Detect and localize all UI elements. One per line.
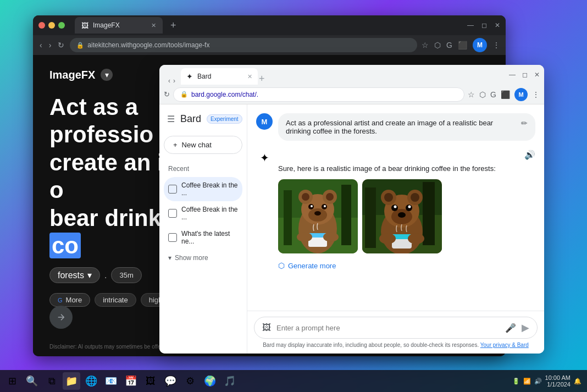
forests-dropdown-arrow: ▾: [87, 270, 92, 280]
window-close-btn[interactable]: [38, 22, 45, 29]
bard-lock-icon: 🔒: [180, 91, 188, 98]
send-icon[interactable]: ▶: [522, 322, 529, 334]
bard-omnibar: ↻ 🔒 bard.google.com/chat/. ☆ ⬡ G ⬛ M ⋮: [159, 85, 544, 104]
user-avatar: M: [256, 113, 273, 130]
forests-dropdown[interactable]: forests ▾: [49, 267, 100, 283]
bard-chrome-profile-avatar[interactable]: M: [514, 88, 528, 101]
svg-point-61: [379, 233, 396, 244]
user-message-1: M Act as a professional artist and creat…: [256, 113, 535, 141]
imagefx-tab[interactable]: 🖼 ImageFX ✕: [75, 17, 163, 34]
bard-minimize-btn[interactable]: —: [509, 71, 516, 79]
bard-back-btn[interactable]: ‹: [168, 77, 170, 85]
intricate-label: intricate: [103, 296, 128, 304]
bard-response-content: 🔊 Sure, here is a realistic image of a b…: [278, 150, 535, 272]
generate-btn[interactable]: [49, 306, 73, 329]
bard-prompt-input[interactable]: [276, 324, 500, 332]
imagefx-logo-dot-btn[interactable]: ▾: [101, 69, 113, 81]
steps-value: 35m: [119, 271, 133, 279]
back-btn[interactable]: ‹: [38, 40, 43, 51]
user-message-text: Act as a professional artist and create …: [286, 119, 516, 135]
svg-point-50: [384, 193, 393, 202]
omnibox[interactable]: 🔒 aitekitchen.withgoogle.com/tools/image…: [70, 38, 417, 52]
svg-point-31: [326, 193, 334, 201]
start-menu-btn[interactable]: ⊞: [3, 372, 21, 390]
chrome-close-btn[interactable]: ✕: [495, 21, 500, 29]
show-more-btn[interactable]: ▾ Show more: [164, 250, 242, 266]
task-view-btn[interactable]: ⧉: [43, 372, 60, 390]
notification-icon[interactable]: 🔔: [574, 378, 582, 385]
photos-btn[interactable]: 🖼: [142, 372, 159, 390]
bard-google-lens-icon[interactable]: ⬡: [479, 90, 486, 99]
bookmark-icon[interactable]: ☆: [422, 41, 429, 49]
recent-item-0[interactable]: Coffee Break in the ...: [164, 177, 242, 201]
intricate-tag[interactable]: intricate: [95, 293, 136, 307]
chrome-restore-btn[interactable]: ◻: [481, 21, 487, 29]
more-options-icon[interactable]: ⋮: [492, 41, 500, 49]
generate-more-btn[interactable]: ⬡ Generate more: [278, 259, 535, 272]
extensions-icon[interactable]: ⬛: [458, 41, 467, 49]
more-tag-label: More: [66, 296, 82, 304]
google-lens-icon[interactable]: ⬡: [434, 41, 441, 49]
chrome-profile-avatar[interactable]: M: [473, 38, 487, 52]
bard-more-icon[interactable]: ⋮: [532, 90, 540, 99]
more-tag[interactable]: G More: [49, 293, 90, 307]
microphone-icon[interactable]: 🎤: [505, 323, 516, 333]
chrome-minimize-btn[interactable]: —: [467, 21, 474, 29]
bard-forward-btn[interactable]: ›: [173, 77, 175, 85]
search-taskbar-btn[interactable]: 🔍: [23, 372, 41, 390]
refresh-btn[interactable]: ↻: [57, 40, 65, 51]
bard-main-wrapper: M Act as a professional artist and creat…: [247, 104, 544, 354]
calendar-btn[interactable]: 📅: [122, 372, 140, 390]
speaker-icon[interactable]: 🔊: [524, 150, 535, 160]
window-maximize-btn[interactable]: [58, 22, 65, 29]
bard-google-g-icon[interactable]: G: [490, 90, 496, 99]
experiment-badge: Experiment: [207, 114, 242, 124]
bard-new-tab-btn[interactable]: +: [259, 73, 265, 85]
teams-btn[interactable]: 💬: [162, 372, 179, 390]
bard-star: ✦: [260, 151, 269, 164]
recent-item-0-icon: [168, 185, 177, 194]
bard-active-tab[interactable]: ✦ Bard ✕: [181, 68, 258, 85]
window-minimize-btn[interactable]: [48, 22, 55, 29]
bard-nav-btns: ‹ ›: [164, 77, 180, 85]
bard-bookmark-icon[interactable]: ☆: [468, 90, 475, 99]
bard-restore-btn[interactable]: ◻: [522, 71, 528, 79]
file-explorer-btn[interactable]: 📁: [63, 372, 80, 390]
bard-disclaimer-text: Bard may display inaccurate info, includ…: [254, 342, 538, 348]
settings-btn[interactable]: ⚙: [181, 372, 199, 390]
bard-omnibox[interactable]: 🔒 bard.google.com/chat/.: [173, 87, 464, 102]
new-tab-btn[interactable]: +: [167, 20, 180, 31]
taskbar-wifi-icon: 📶: [523, 378, 531, 385]
user-message-bubble: Act as a professional artist and create …: [278, 113, 535, 141]
bard-extensions-icon[interactable]: ⬛: [501, 90, 510, 99]
spotify-btn[interactable]: 🎵: [221, 372, 239, 390]
edit-message-icon[interactable]: ✏: [521, 119, 528, 128]
mail-btn[interactable]: 📧: [102, 372, 120, 390]
svg-point-35: [311, 205, 313, 207]
google-account-icon[interactable]: G: [446, 41, 452, 49]
imagefx-chrome-titlebar: 🖼 ImageFX ✕ + — ◻ ✕: [33, 15, 506, 35]
recent-item-2[interactable]: What's the latest ne...: [164, 225, 242, 250]
new-chat-btn[interactable]: + New chat: [164, 136, 242, 154]
forward-btn[interactable]: ›: [48, 40, 53, 51]
bard-privacy-link[interactable]: Your privacy & Bard: [480, 342, 529, 348]
bard-image-2[interactable]: [362, 179, 442, 253]
taskbar-clock[interactable]: 10:00 AM 1/1/2024: [545, 374, 571, 388]
bard-refresh-btn[interactable]: ↻: [164, 90, 170, 98]
recent-item-1[interactable]: Coffee Break in the ...: [164, 201, 242, 225]
bard-menu-icon[interactable]: ☰: [167, 114, 175, 124]
bard-close-btn[interactable]: ✕: [534, 71, 540, 79]
chrome-taskbar-btn[interactable]: 🌍: [201, 372, 219, 390]
recent-item-1-icon: [168, 209, 177, 218]
bard-image-1[interactable]: [278, 179, 358, 253]
attach-image-icon[interactable]: 🖼: [262, 323, 271, 333]
bard-tab-label: Bard: [197, 73, 211, 80]
taskbar-time-display: 10:00 AM: [545, 374, 571, 381]
hero-line1: Act as a professio: [49, 94, 153, 147]
imagefx-tab-close-btn[interactable]: ✕: [151, 22, 156, 29]
generate-more-icon: ⬡: [278, 261, 285, 270]
chrome-window-controls: — ◻ ✕: [467, 21, 500, 29]
bard-omnibar-actions: ☆ ⬡ G ⬛ M ⋮: [468, 88, 540, 101]
edge-btn[interactable]: 🌐: [82, 372, 100, 390]
bard-tab-close-btn[interactable]: ✕: [247, 73, 252, 80]
